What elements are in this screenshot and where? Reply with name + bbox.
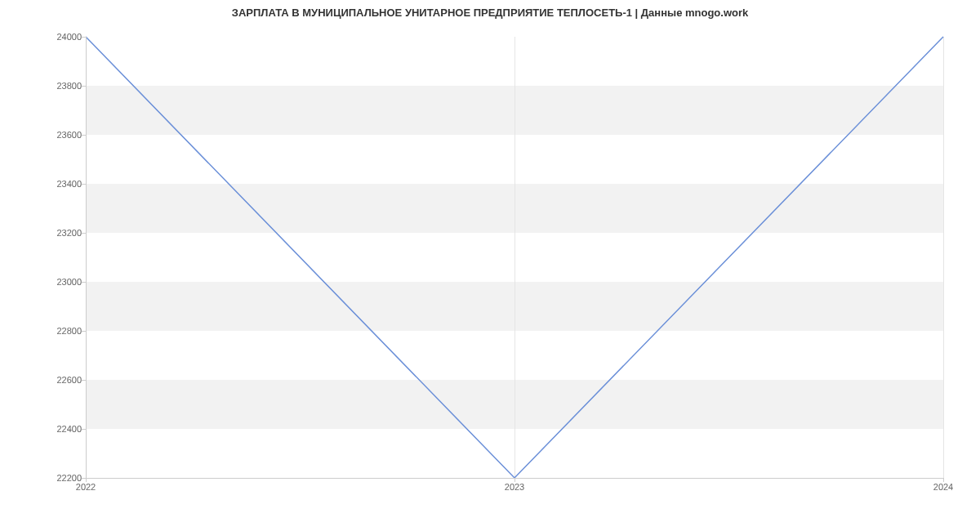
y-tick-label: 24000 xyxy=(41,32,82,42)
y-tick-label: 23800 xyxy=(41,81,82,91)
y-tick-label: 23400 xyxy=(41,179,82,189)
series-line xyxy=(86,37,943,478)
x-axis-line xyxy=(86,478,943,479)
gridline-vertical xyxy=(943,37,944,478)
x-tick-label: 2022 xyxy=(76,482,96,492)
y-tick-label: 22600 xyxy=(41,375,82,385)
y-tick-label: 23200 xyxy=(41,228,82,238)
y-tick-label: 22400 xyxy=(41,424,82,434)
x-tick-label: 2024 xyxy=(933,482,953,492)
y-tick-label: 23600 xyxy=(41,130,82,140)
y-tick-label: 23000 xyxy=(41,277,82,287)
line-series xyxy=(86,37,943,478)
y-tick-label: 22800 xyxy=(41,326,82,336)
plot-area xyxy=(86,37,943,478)
x-tick-label: 2023 xyxy=(505,482,524,492)
y-axis-line xyxy=(86,37,87,478)
chart-title: ЗАРПЛАТА В МУНИЦИПАЛЬНОЕ УНИТАРНОЕ ПРЕДП… xyxy=(0,7,980,19)
